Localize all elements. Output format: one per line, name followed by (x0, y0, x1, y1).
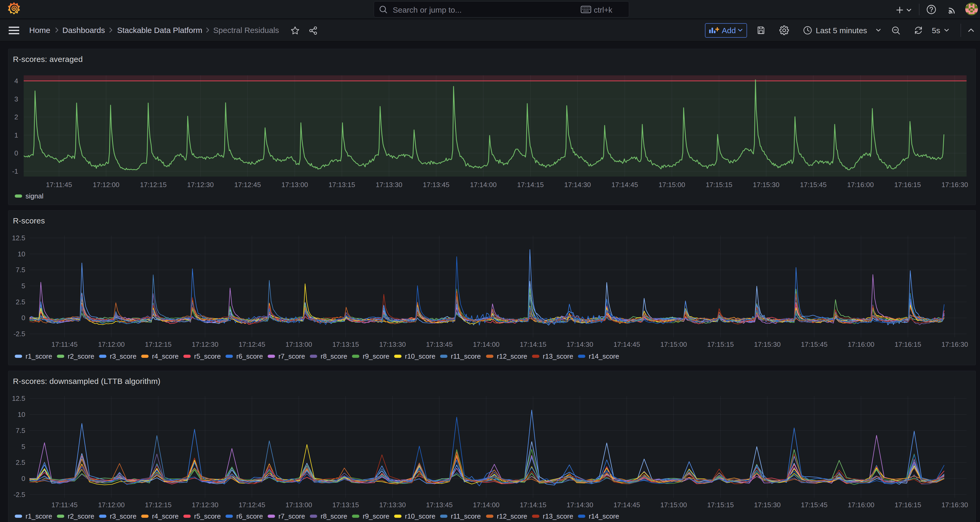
svg-text:r9_score: r9_score (363, 352, 389, 360)
svg-text:17:14:45: 17:14:45 (613, 501, 640, 509)
svg-text:17:15:30: 17:15:30 (754, 340, 781, 348)
svg-text:1: 1 (14, 131, 18, 139)
svg-text:r7_score: r7_score (278, 512, 305, 520)
svg-text:17:14:15: 17:14:15 (520, 501, 546, 509)
svg-text:r1_score: r1_score (25, 352, 52, 360)
svg-text:r11_score: r11_score (451, 352, 481, 360)
svg-text:17:13:00: 17:13:00 (282, 181, 308, 189)
svg-text:r10_score: r10_score (405, 352, 435, 360)
svg-text:r2_score: r2_score (68, 512, 94, 520)
svg-text:r12_score: r12_score (497, 352, 527, 360)
svg-text:17:12:00: 17:12:00 (93, 181, 119, 189)
svg-text:17:12:30: 17:12:30 (187, 181, 214, 189)
svg-text:-1: -1 (12, 167, 18, 175)
svg-text:17:13:45: 17:13:45 (426, 501, 452, 509)
svg-text:17:15:15: 17:15:15 (707, 501, 733, 509)
svg-text:17:12:45: 17:12:45 (234, 181, 261, 189)
svg-text:17:14:30: 17:14:30 (566, 501, 593, 509)
svg-text:r8_score: r8_score (321, 352, 347, 360)
svg-text:17:12:45: 17:12:45 (239, 340, 265, 348)
svg-text:r2_score: r2_score (68, 352, 94, 360)
svg-text:17:12:00: 17:12:00 (98, 340, 124, 348)
svg-text:r10_score: r10_score (405, 512, 435, 520)
svg-text:0: 0 (22, 314, 25, 322)
svg-text:17:11:45: 17:11:45 (46, 181, 72, 189)
svg-text:17:15:00: 17:15:00 (660, 340, 687, 348)
svg-text:3: 3 (14, 95, 18, 103)
svg-text:r5_score: r5_score (194, 512, 221, 520)
svg-text:2.5: 2.5 (16, 458, 25, 466)
svg-text:12.5: 12.5 (12, 234, 25, 242)
svg-text:signal: signal (25, 192, 43, 200)
svg-text:17:16:30: 17:16:30 (941, 181, 968, 189)
svg-text:17:14:45: 17:14:45 (611, 181, 638, 189)
svg-text:17:14:00: 17:14:00 (473, 340, 500, 348)
svg-text:2.5: 2.5 (16, 298, 25, 306)
svg-text:17:16:00: 17:16:00 (848, 340, 874, 348)
svg-text:17:16:30: 17:16:30 (941, 340, 968, 348)
svg-text:5: 5 (22, 282, 25, 290)
svg-text:-2.5: -2.5 (13, 491, 25, 498)
svg-text:12.5: 12.5 (12, 394, 25, 402)
svg-text:17:13:45: 17:13:45 (426, 340, 452, 348)
svg-text:17:11:45: 17:11:45 (51, 340, 77, 348)
svg-text:17:16:00: 17:16:00 (848, 501, 874, 509)
svg-text:r14_score: r14_score (589, 512, 619, 520)
svg-text:17:14:15: 17:14:15 (517, 181, 544, 189)
svg-text:17:14:30: 17:14:30 (566, 340, 593, 348)
svg-text:10: 10 (18, 410, 25, 418)
svg-text:r7_score: r7_score (278, 352, 305, 360)
svg-text:17:15:15: 17:15:15 (706, 181, 732, 189)
svg-text:4: 4 (14, 77, 18, 85)
svg-text:17:12:00: 17:12:00 (98, 501, 124, 509)
svg-text:17:12:30: 17:12:30 (192, 340, 218, 348)
svg-text:r1_score: r1_score (25, 512, 52, 520)
svg-text:5: 5 (22, 443, 25, 450)
svg-text:17:16:15: 17:16:15 (894, 340, 921, 348)
svg-text:17:14:45: 17:14:45 (613, 340, 640, 348)
svg-text:10: 10 (18, 250, 25, 258)
svg-text:17:15:30: 17:15:30 (753, 181, 780, 189)
svg-text:17:13:15: 17:13:15 (332, 340, 359, 348)
svg-text:17:12:15: 17:12:15 (145, 501, 171, 509)
svg-text:r14_score: r14_score (589, 352, 619, 360)
svg-text:17:13:00: 17:13:00 (285, 340, 312, 348)
svg-text:r4_score: r4_score (152, 512, 178, 520)
svg-text:17:16:00: 17:16:00 (847, 181, 873, 189)
svg-text:17:13:15: 17:13:15 (332, 501, 359, 509)
svg-text:17:16:30: 17:16:30 (941, 501, 968, 509)
svg-text:17:15:45: 17:15:45 (800, 181, 827, 189)
svg-text:17:15:15: 17:15:15 (707, 340, 733, 348)
svg-text:7.5: 7.5 (16, 426, 25, 434)
svg-text:r6_score: r6_score (236, 512, 263, 520)
svg-text:17:16:15: 17:16:15 (894, 501, 921, 509)
svg-text:17:12:45: 17:12:45 (239, 501, 265, 509)
svg-text:17:14:00: 17:14:00 (473, 501, 500, 509)
svg-text:17:14:00: 17:14:00 (470, 181, 496, 189)
svg-text:r13_score: r13_score (543, 352, 573, 360)
svg-text:0: 0 (14, 149, 18, 157)
svg-text:7.5: 7.5 (16, 266, 25, 274)
svg-text:17:13:30: 17:13:30 (379, 340, 406, 348)
svg-text:17:16:15: 17:16:15 (894, 181, 921, 189)
svg-text:r8_score: r8_score (321, 512, 347, 520)
svg-text:r3_score: r3_score (110, 512, 136, 520)
svg-text:17:13:30: 17:13:30 (379, 501, 406, 509)
svg-text:17:13:00: 17:13:00 (285, 501, 312, 509)
svg-text:17:12:15: 17:12:15 (140, 181, 167, 189)
svg-text:r13_score: r13_score (543, 512, 573, 520)
svg-text:r5_score: r5_score (194, 352, 221, 360)
svg-text:17:15:30: 17:15:30 (754, 501, 781, 509)
svg-text:r6_score: r6_score (236, 352, 263, 360)
svg-text:17:15:00: 17:15:00 (660, 501, 687, 509)
svg-text:r9_score: r9_score (363, 512, 389, 520)
svg-text:17:13:15: 17:13:15 (329, 181, 355, 189)
svg-text:2: 2 (14, 113, 18, 121)
svg-text:17:15:45: 17:15:45 (801, 340, 827, 348)
svg-text:17:12:15: 17:12:15 (145, 340, 171, 348)
svg-text:17:14:30: 17:14:30 (564, 181, 591, 189)
svg-text:17:11:45: 17:11:45 (51, 501, 77, 509)
svg-text:r3_score: r3_score (110, 352, 136, 360)
svg-text:0: 0 (22, 474, 25, 482)
svg-text:17:12:30: 17:12:30 (192, 501, 218, 509)
